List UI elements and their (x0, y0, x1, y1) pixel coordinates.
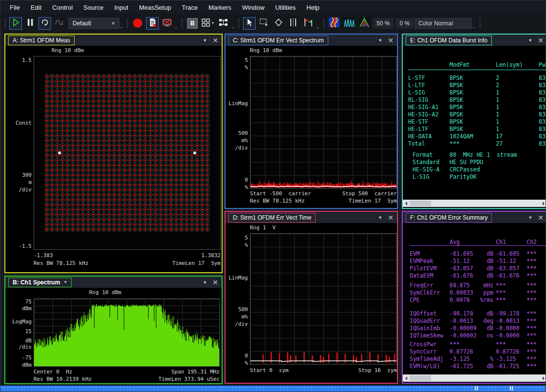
scroll-right-icon[interactable] (543, 376, 545, 380)
trigger-setup-button[interactable] (53, 17, 66, 30)
menu-item-source[interactable]: Source (78, 1, 109, 14)
burst-len: 1 (496, 104, 499, 111)
panel-error-summary: F: Ch1 OFDM Error Summary ▼ ✕ AvgCh1Ch2E… (402, 211, 546, 384)
record-button[interactable] (132, 17, 144, 30)
menu-item-control[interactable]: Control (47, 1, 78, 14)
toolbar-overflow-icon[interactable]: ⌄ (119, 24, 123, 29)
error-unit: dB (470, 258, 493, 264)
burst-table-row: L-SIGBPSK183 (403, 89, 546, 96)
error-avg-value: 68.675 (450, 282, 470, 289)
trace-overlap-field[interactable]: 0 % (395, 18, 414, 29)
color-mode-dropdown[interactable]: Color Normal (414, 18, 472, 29)
bold-markers-button[interactable]: B (186, 17, 199, 30)
scrollbar-thumb[interactable] (410, 201, 431, 206)
burst-field-name: HE-LTF (408, 126, 429, 132)
header-divider (408, 70, 546, 70)
zoom-select-tool-button[interactable] (258, 17, 270, 30)
col-header-pwr: Pw (539, 61, 546, 68)
panel-minimize-icon[interactable]: ▼ (378, 38, 382, 43)
scroll-right-icon[interactable] (543, 202, 545, 205)
panel-c-title[interactable]: C: Strm1 OFDM Err Vect Spectrum (228, 36, 328, 45)
panel-b-title[interactable]: B: Ch1 Spectrum ▼ (8, 278, 72, 287)
error-ch2-value: *** (527, 341, 537, 348)
menu-item-edit[interactable]: Edit (25, 1, 47, 14)
scroll-left-icon[interactable] (405, 376, 407, 380)
recall-recording-button[interactable] (146, 17, 159, 30)
flag-markers-button[interactable] (301, 17, 315, 30)
title-dropdown-icon[interactable]: ▼ (63, 280, 67, 284)
toolbar-overflow-icon[interactable]: ⌄ (174, 24, 178, 29)
menu-item-trace[interactable]: Trace (176, 1, 203, 14)
measurement-setup-diagram-button[interactable] (217, 17, 230, 30)
burst-field-name: RL-SIG (408, 96, 429, 103)
panel-a-title[interactable]: A: Strm1 OFDM Meas (8, 36, 75, 45)
stop-player-button[interactable] (161, 17, 173, 30)
evm-spectrum-plot[interactable] (250, 56, 397, 189)
panel-b-title-text: B: Ch1 Spectrum (13, 279, 60, 286)
y-scale-div-label: /div (6, 344, 32, 350)
panel-b-titlebar[interactable]: B: Ch1 Spectrum ▼ ▼ ✕ (5, 277, 222, 288)
constellation-plot[interactable] (34, 56, 221, 250)
spectrum-plot[interactable] (34, 299, 220, 367)
toolbar-overflow-icon[interactable]: ⌄ (231, 24, 235, 29)
horizontal-scrollbar[interactable] (403, 374, 546, 382)
evm-time-plot[interactable] (250, 233, 397, 365)
horizontal-scrollbar[interactable] (403, 200, 546, 207)
burst-len: 1 (496, 111, 499, 118)
menu-item-file[interactable]: File (4, 1, 25, 14)
run-button[interactable] (9, 17, 22, 30)
panel-f-titlebar[interactable]: F: Ch1 OFDM Error Summary ▼ ✕ (403, 212, 546, 223)
spectrogram-view-button[interactable] (328, 17, 340, 30)
panel-e-title[interactable]: E: Ch1 OFDM Data Burst Info (406, 36, 492, 45)
panel-a-titlebar[interactable]: A: Strm1 OFDM Meas ▼ ✕ (5, 35, 222, 46)
panel-close-icon[interactable]: ✕ (212, 37, 218, 44)
menu-item-help[interactable]: Help (301, 1, 325, 14)
menu-item-utilities[interactable]: Utilities (270, 1, 301, 14)
scrollbar-thumb[interactable] (410, 375, 431, 381)
panel-minimize-icon[interactable]: ▼ (378, 215, 382, 220)
panel-c-titlebar[interactable]: C: Strm1 OFDM Err Vect Spectrum ▼ ✕ (226, 35, 397, 46)
error-table-row: SymTimeAdj-3.125%-3.125*** (403, 355, 546, 362)
panel-close-icon[interactable]: ✕ (538, 214, 544, 221)
panel-e-titlebar[interactable]: E: Ch1 OFDM Data Burst Info ▼ ✕ (403, 35, 546, 46)
scroll-left-icon[interactable] (405, 202, 407, 205)
toolbar-overflow-icon[interactable]: ⌄ (316, 24, 320, 29)
window-layout-button[interactable]: ▼ (201, 17, 215, 30)
burst-info-value: ParityOK (450, 173, 476, 180)
trace-height-field[interactable]: 50 % (373, 18, 394, 29)
panel-minimize-icon[interactable]: ▼ (203, 280, 207, 285)
loop-arrow-icon (40, 18, 50, 29)
panel-close-icon[interactable]: ✕ (538, 37, 544, 44)
waterfall-view-button[interactable] (342, 17, 356, 30)
pause-button[interactable] (24, 17, 37, 30)
menu-item-meassetup[interactable]: MeasSetup (133, 1, 176, 14)
panel-d-title[interactable]: D: Strm1 OFDM Err Vect Time (228, 213, 316, 223)
panel-minimize-icon[interactable]: ▼ (528, 38, 532, 43)
panel-minimize-icon[interactable]: ▼ (203, 38, 207, 43)
panel-minimize-icon[interactable]: ▼ (528, 215, 532, 220)
panel-d-titlebar[interactable]: D: Strm1 OFDM Err Vect Time ▼ ✕ (226, 212, 397, 223)
preset-dropdown[interactable]: Default ▼ (69, 18, 119, 29)
menu-item-window[interactable]: Window (237, 1, 270, 14)
header-divider (410, 245, 546, 246)
toolbar-overflow-icon[interactable]: ⌄ (472, 24, 476, 29)
error-ch1-value: -0.0013 (496, 317, 519, 324)
restart-button[interactable] (38, 17, 51, 30)
band-markers-button[interactable] (287, 17, 300, 30)
burst-table-row: L-LTFBPSK283 (403, 82, 546, 89)
cumulative-history-view-button[interactable] (358, 17, 371, 30)
menu-item-input[interactable]: Input (109, 1, 133, 14)
menu-item-markers[interactable]: Markers (203, 1, 237, 14)
error-table-row: PilotEVM-63.057dB-63.057*** (403, 265, 546, 272)
y-scale-unit-label: m% (226, 314, 248, 320)
burst-modfmt: BPSK (450, 111, 463, 118)
panel-close-icon[interactable]: ✕ (388, 214, 394, 221)
error-avg-value: -3.125 (450, 355, 470, 362)
select-tool-button[interactable] (243, 17, 256, 30)
panel-f-title[interactable]: F: Ch1 OFDM Error Summary (406, 213, 492, 223)
x-axis-right-label: 1.3832 (123, 253, 221, 259)
error-metric-name: PilotEVM (410, 265, 436, 272)
panel-close-icon[interactable]: ✕ (212, 279, 218, 286)
marker-diamond-button[interactable] (272, 17, 285, 30)
panel-close-icon[interactable]: ✕ (388, 37, 394, 44)
